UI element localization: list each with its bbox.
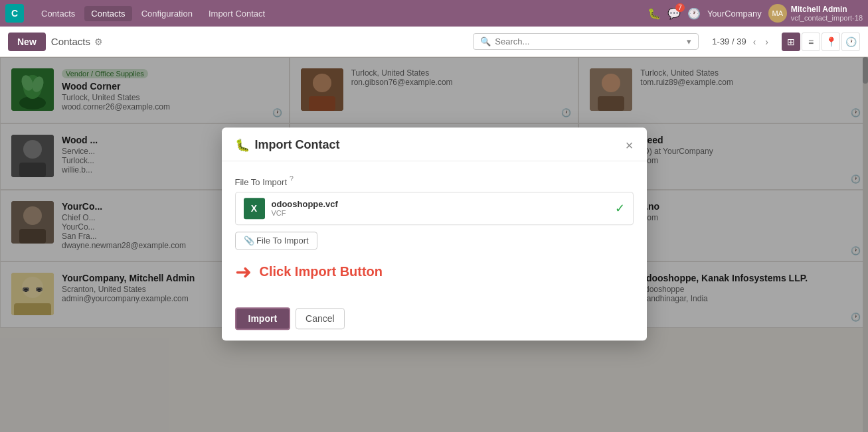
modal-title: Import Contact	[255, 138, 340, 152]
import-modal: 🐛 Import Contact × File To Import ? X od…	[222, 127, 647, 340]
clock-icon[interactable]: 🕐	[687, 7, 701, 20]
view-icons: ⊞ ≡ 📍 🕐	[782, 33, 860, 51]
notification-badge: 7	[675, 3, 685, 12]
nav-contacts1[interactable]: Contacts	[35, 6, 82, 21]
search-dropdown-icon[interactable]: ▾	[687, 36, 691, 46]
file-info: X odooshoppe.vcf VCF	[244, 198, 338, 219]
arrow-text: Click Import Button	[260, 264, 383, 279]
activity-view-icon[interactable]: 🕐	[841, 33, 860, 51]
import-button[interactable]: Import	[235, 307, 291, 330]
top-nav: C Contacts Contacts Configuration Import…	[0, 0, 868, 27]
kanban-view-icon[interactable]: ⊞	[782, 33, 800, 51]
search-wrap: 🔍 ▾	[473, 33, 699, 50]
nav-contacts2[interactable]: Contacts	[84, 6, 131, 21]
modal-close-button[interactable]: ×	[626, 139, 634, 152]
main-content: Vendor / Office Supplies Wood Corner Tur…	[0, 57, 868, 432]
file-type-label: VCF	[272, 210, 338, 218]
file-type-icon: X	[244, 198, 265, 219]
user-name: Mitchell Admin	[791, 5, 863, 14]
user-avatar: MA	[768, 4, 787, 23]
secondary-nav: New Contacts ⚙ 🔍 ▾ 1-39 / 39 ‹ › ⊞ ≡ 📍 🕐	[0, 27, 868, 57]
file-import-label: File To Import ?	[235, 175, 634, 186]
app-logo[interactable]: C	[5, 4, 24, 23]
breadcrumb-title: Contacts	[51, 36, 90, 47]
pagination-text: 1-39 / 39	[712, 36, 746, 46]
user-menu[interactable]: MA Mitchell Admin vcf_contact_import-18	[768, 4, 863, 23]
file-check-icon: ✓	[615, 201, 625, 216]
modal-title-wrap: 🐛 Import Contact	[235, 138, 340, 153]
pagination: 1-39 / 39 ‹ ›	[712, 35, 771, 48]
breadcrumb: Contacts ⚙	[51, 36, 103, 47]
arrow-icon: ➜	[235, 260, 252, 283]
bug-nav-icon[interactable]: 🐛	[648, 7, 661, 20]
pagination-prev[interactable]: ‹	[750, 35, 759, 48]
search-icon: 🔍	[480, 36, 491, 46]
nav-links: Contacts Contacts Configuration Import C…	[35, 6, 637, 21]
file-name: odooshoppe.vcf	[272, 200, 338, 210]
nav-right: 🐛 💬 7 🕐 YourCompany MA Mitchell Admin vc…	[648, 4, 863, 23]
search-input[interactable]	[495, 36, 684, 46]
cancel-button[interactable]: Cancel	[296, 308, 345, 329]
modal-header: 🐛 Import Contact ×	[222, 127, 647, 161]
file-display: X odooshoppe.vcf VCF ✓	[235, 192, 634, 225]
gear-icon[interactable]: ⚙	[94, 36, 103, 47]
company-name[interactable]: YourCompany	[707, 9, 762, 19]
notifications-wrap: 💬 7	[667, 7, 681, 20]
modal-footer: Import Cancel	[222, 299, 647, 340]
modal-body: File To Import ? X odooshoppe.vcf VCF ✓ …	[222, 161, 647, 299]
new-button[interactable]: New	[8, 33, 46, 51]
arrow-hint: ➜ Click Import Button	[235, 260, 634, 283]
list-view-icon[interactable]: ≡	[802, 33, 820, 51]
nav-import-contact[interactable]: Import Contact	[202, 6, 272, 21]
user-sub: vcf_contact_import-18	[791, 14, 863, 22]
file-name-wrap: odooshoppe.vcf VCF	[272, 200, 338, 218]
user-info: Mitchell Admin vcf_contact_import-18	[791, 5, 863, 22]
map-view-icon[interactable]: 📍	[822, 33, 840, 51]
nav-configuration[interactable]: Configuration	[135, 6, 199, 21]
modal-bug-icon: 🐛	[235, 138, 250, 153]
file-to-import-button[interactable]: 📎 File To Import	[235, 232, 317, 250]
pagination-next[interactable]: ›	[762, 35, 771, 48]
